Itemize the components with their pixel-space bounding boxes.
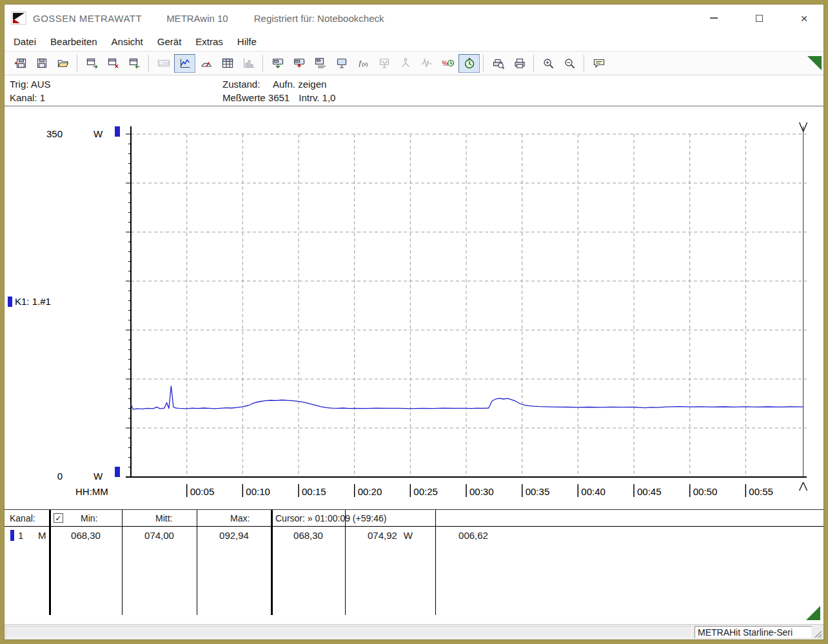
max-header: Max:: [230, 513, 250, 523]
resize-grip[interactable]: [812, 626, 822, 638]
toolbar-separator: [148, 55, 150, 72]
channel-number: 1: [18, 530, 23, 541]
minimize-button[interactable]: [704, 8, 724, 28]
dev-send-icon: [293, 57, 306, 69]
y-min-label: 0: [57, 471, 63, 482]
minimize-icon: [710, 17, 718, 19]
y-range-marker-top: [115, 126, 120, 137]
dev-read-icon: [271, 57, 284, 69]
max-value: 092,94: [197, 530, 271, 541]
cursor-b-value: 074,92W: [345, 530, 435, 541]
window-title: METRAwin 10: [166, 13, 228, 24]
device-list-button[interactable]: [310, 54, 331, 73]
svg-text:00:30: 00:30: [469, 486, 494, 497]
save-button[interactable]: [31, 54, 52, 73]
menu-item-bearbeiten[interactable]: Bearbeiten: [43, 34, 104, 50]
close-window-button[interactable]: [103, 54, 124, 73]
min-header: Min:: [81, 513, 97, 523]
svg-text:00:45: 00:45: [637, 486, 662, 497]
device-branch-button[interactable]: [395, 54, 416, 73]
folder-icon: [57, 57, 70, 69]
statusbar-message-panel: [6, 626, 692, 638]
pane-grip-triangle-top[interactable]: [807, 56, 822, 70]
chart-icon: [179, 57, 192, 69]
zoom-in-button[interactable]: [538, 54, 559, 73]
view-histogram-button[interactable]: [238, 54, 259, 73]
x-axis-ticks: 00:0500:1000:1500:2000:2500:3000:3500:40…: [187, 484, 773, 497]
print-button[interactable]: [509, 54, 530, 73]
device-send-button[interactable]: [288, 54, 310, 73]
pane-grip-triangle-bottom[interactable]: [806, 606, 820, 620]
brand-text: GOSSEN METRAWATT: [33, 13, 142, 24]
device-scope-button[interactable]: [373, 54, 395, 73]
win-in-icon: [128, 57, 141, 69]
print-preview-button[interactable]: [488, 54, 509, 73]
power-series-line: [131, 386, 803, 409]
table-icon: [221, 57, 234, 69]
channel-visible-checkbox[interactable]: ✓: [54, 513, 63, 523]
device-read-button[interactable]: [267, 54, 288, 73]
svg-text:%: %: [442, 60, 448, 67]
view-table-button[interactable]: [217, 54, 238, 73]
histogram-icon: [242, 57, 255, 69]
new-recording-button[interactable]: [10, 54, 31, 73]
win-red-icon: [107, 57, 120, 69]
import-window-button[interactable]: [124, 54, 145, 73]
maximize-icon: [756, 15, 763, 22]
kanal-header: Kanal:: [10, 513, 35, 523]
device-function-button[interactable]: ƒ(x): [352, 54, 373, 73]
menu-item-hilfe[interactable]: Hilfe: [230, 34, 264, 50]
view-chart-button[interactable]: [174, 54, 195, 73]
x-axis-unit: HH:MM: [75, 486, 108, 497]
export-window-button[interactable]: [81, 54, 103, 73]
branch-icon: [399, 57, 412, 69]
annotation-button[interactable]: [588, 54, 609, 73]
y-range-marker-bottom: [115, 467, 120, 477]
open-button[interactable]: [52, 54, 74, 73]
view-numeric-button[interactable]: 1.234: [153, 54, 174, 73]
statusbar: METRAHit Starline-Seri: [5, 624, 823, 639]
toolbar-separator: [77, 55, 78, 72]
menu-item-geraet[interactable]: Gerät: [150, 34, 189, 50]
device-percent-timer-button[interactable]: %: [437, 54, 458, 73]
wave-icon: [420, 57, 433, 69]
toolbar: 1.234ƒ(x)%: [5, 51, 823, 75]
messwerte-status: Meßwerte 3651: [222, 92, 290, 103]
zoom-out-button[interactable]: [559, 54, 580, 73]
app-logo-icon: [11, 10, 26, 26]
note-icon: [593, 57, 606, 69]
svg-text:00:10: 00:10: [246, 486, 270, 497]
status-panel: Trig: AUS Kanal: 1 Zustand:Aufn. zeigen …: [5, 75, 823, 106]
cursor-b-number: 074,92: [368, 530, 397, 541]
registered-text: Registriert für: Notebookcheck: [254, 13, 384, 24]
mitt-value: 074,00: [122, 530, 197, 541]
menu-item-extras[interactable]: Extras: [188, 34, 230, 50]
cursor-b-unit: W: [404, 530, 413, 541]
chart: 00:0500:1000:1500:2000:2500:3000:3500:40…: [5, 106, 823, 509]
toolbar-separator: [533, 55, 535, 72]
device-waveform-button[interactable]: [416, 54, 437, 73]
channel-legend-marker: [8, 297, 12, 307]
interval-status: Intrv. 1,0: [299, 92, 335, 103]
toolbar-separator: [483, 55, 484, 72]
toolbar-separator: [262, 55, 264, 72]
device-timer-button[interactable]: [458, 54, 480, 73]
delta-value: 006,62: [435, 530, 511, 541]
percent-clock-icon: %: [442, 57, 455, 69]
channel-status: Kanal: 1: [10, 91, 51, 104]
menu-item-ansicht[interactable]: Ansicht: [104, 34, 150, 50]
monitor-wave-icon: [378, 57, 391, 69]
min-value: 068,30: [50, 530, 122, 541]
svg-text:00:25: 00:25: [413, 486, 438, 497]
cursor-header: Cursor: » 01:00:09 (+59:46): [275, 513, 386, 523]
svg-text:00:35: 00:35: [526, 486, 550, 497]
menu-item-datei[interactable]: Datei: [6, 34, 43, 50]
view-meter-button[interactable]: [195, 54, 217, 73]
channel-mode: M: [38, 530, 46, 541]
maximize-button[interactable]: [749, 8, 769, 28]
channel-color-marker: [10, 530, 14, 541]
y-max-label: 350: [46, 128, 63, 139]
stats-panel: Kanal: ✓ Min: Mitt: Max: Cursor: » 01:00…: [5, 509, 823, 624]
close-button[interactable]: ×: [794, 8, 814, 28]
device-monitor-button[interactable]: [331, 54, 352, 73]
